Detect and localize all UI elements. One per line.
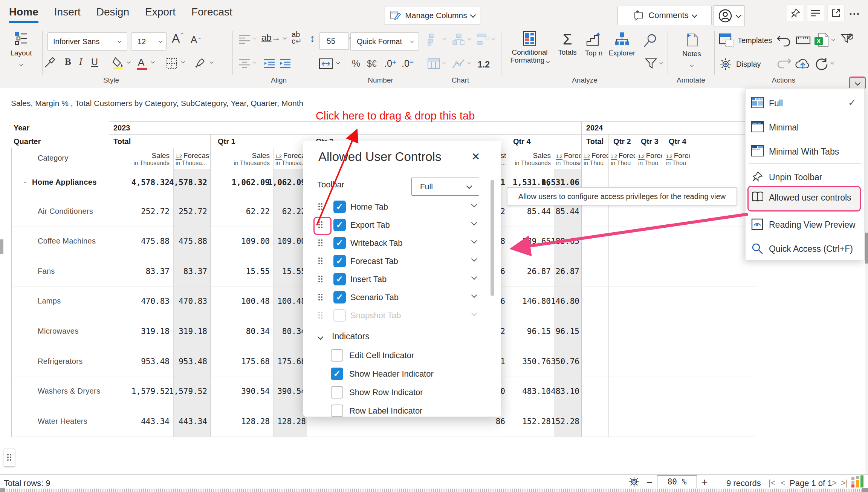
value-cell-q4_f[interactable]: 85.44 xyxy=(515,207,579,216)
toolbar-options-chevron-button[interactable] xyxy=(849,77,866,89)
menu-item-quick-access-ctrl-f-[interactable]: Quick Access (Ctrl+F) xyxy=(746,237,864,261)
templates-button[interactable]: Templates xyxy=(719,33,772,48)
decrease-indent-button[interactable] xyxy=(264,59,275,68)
chevron-down-icon[interactable] xyxy=(471,202,477,208)
value-cell-total_f[interactable]: 953.48 xyxy=(143,357,207,366)
value-cell-q4_f[interactable]: 483.10 xyxy=(515,387,579,396)
tab-home[interactable]: Home xyxy=(9,6,38,23)
toolbar-mode-select[interactable]: Full xyxy=(411,178,479,196)
currency-format-button[interactable]: $€ xyxy=(367,59,377,69)
tab-checkbox[interactable]: ✓ xyxy=(333,201,346,213)
chevron-down-icon[interactable] xyxy=(471,238,477,244)
format-painter-button[interactable] xyxy=(44,57,56,69)
chevron-down-icon[interactable] xyxy=(471,292,477,298)
zoom-level-input[interactable]: 80 % xyxy=(657,475,697,488)
value-cell-q4_f[interactable]: 26.87 xyxy=(515,267,579,276)
chart-layout-button[interactable] xyxy=(477,33,490,46)
chevron-down-icon[interactable] xyxy=(471,274,477,280)
italic-button[interactable]: I xyxy=(79,57,82,67)
explorer-button[interactable]: Explorer xyxy=(608,32,636,57)
font-size-select[interactable]: 12 xyxy=(131,32,167,51)
left-edge-grip[interactable] xyxy=(0,239,3,254)
category-cell[interactable]: Air Conditioners xyxy=(38,207,93,216)
tab-checkbox[interactable]: ✓ xyxy=(333,255,346,267)
drag-handle-icon[interactable] xyxy=(318,239,323,247)
notes-button[interactable]: Notes xyxy=(673,32,711,68)
value-cell-total_f[interactable]: 252.72 xyxy=(143,207,207,216)
category-cell[interactable]: Water Heaters xyxy=(38,417,87,426)
tab-checkbox[interactable]: ✓ xyxy=(333,273,346,285)
header-2024-q4-forecast[interactable]: 1.2Forecastin Thou xyxy=(666,152,690,167)
text-overflow-button[interactable]: ab→ xyxy=(261,32,281,43)
tab-insert[interactable]: Insert xyxy=(54,6,81,23)
tab-forecast[interactable]: Forecast xyxy=(191,6,232,23)
cloud-upload-button[interactable] xyxy=(795,57,811,70)
increase-decimal-button[interactable]: .0+ xyxy=(384,58,396,69)
row-height-input[interactable]: 55 xyxy=(319,32,349,50)
value-cell-q4_f[interactable]: 152.28 xyxy=(515,417,579,426)
menu-item-reading-view-preview[interactable]: Reading View Preview xyxy=(746,213,864,237)
manage-columns-button[interactable]: Manage Columns xyxy=(385,6,480,25)
menu-item-allowed-user-controls[interactable]: Allowed user controls xyxy=(746,186,864,210)
drag-handle-icon[interactable] xyxy=(318,221,323,229)
layout-button[interactable]: Layout xyxy=(0,31,42,67)
value-cell-q4_f[interactable]: 350.76 xyxy=(515,357,579,366)
tab-export[interactable]: Export xyxy=(145,6,176,23)
category-cell[interactable]: Lamps xyxy=(38,297,61,305)
zoom-in-button[interactable]: + xyxy=(701,476,708,488)
account-button[interactable] xyxy=(713,5,745,26)
conditional-formatting-button[interactable]: ConditionalFormatting xyxy=(509,31,550,64)
prev-page-button[interactable]: < xyxy=(781,478,785,488)
close-icon[interactable]: ✕ xyxy=(471,150,480,163)
search-button[interactable] xyxy=(643,33,658,48)
borders-button[interactable] xyxy=(166,57,178,69)
value-cell-q1_f[interactable]: 100.48 xyxy=(242,297,306,306)
indicator-checkbox[interactable] xyxy=(331,405,343,417)
tab-checkbox[interactable]: ✓ xyxy=(333,237,346,249)
font-family-select[interactable]: Inforiver Sans xyxy=(47,32,127,51)
decrease-decimal-button[interactable]: .0− xyxy=(402,58,414,69)
header-q4-forecast[interactable]: 1.2Forecastin Thousa... xyxy=(556,152,581,167)
popout-button[interactable] xyxy=(827,5,845,22)
value-cell-total_f[interactable]: 1,579.52 xyxy=(143,387,207,396)
row-drag-handle-button[interactable] xyxy=(4,449,15,467)
drag-handle-icon[interactable] xyxy=(318,203,323,211)
filter-button[interactable] xyxy=(645,58,657,69)
value-cell-total_f[interactable]: 475.88 xyxy=(143,237,207,246)
chevron-down-icon[interactable] xyxy=(471,256,477,262)
excel-export-button[interactable]: X xyxy=(814,32,829,48)
first-page-button[interactable]: |< xyxy=(769,478,776,488)
tab-checkbox[interactable]: ✓ xyxy=(333,219,346,231)
tab-checkbox[interactable]: ✓ xyxy=(333,291,346,303)
value-cell-q1_f[interactable]: 1,062.09 xyxy=(242,178,306,187)
tab-checkbox[interactable] xyxy=(333,309,346,322)
pin-visual-button[interactable] xyxy=(787,5,804,22)
value-cell-q1_f[interactable]: 62.22 xyxy=(242,207,306,216)
chevron-down-icon[interactable] xyxy=(471,220,477,226)
refresh-button[interactable] xyxy=(815,57,828,71)
value-cell-total_f[interactable]: 319.18 xyxy=(143,327,207,336)
value-cell-q1_f[interactable]: 390.54 xyxy=(242,387,306,396)
header-2024-q2-forecast[interactable]: 1.2Forecastin Thou xyxy=(611,152,635,167)
display-button[interactable]: Display xyxy=(719,57,761,71)
header-2024-total-forecast[interactable]: 1.2Forecastin Thou xyxy=(584,152,608,167)
top-n-button[interactable]: Top n xyxy=(582,32,606,57)
value-cell-q4_f[interactable]: 96.15 xyxy=(515,327,579,336)
value-cell-q1_f[interactable]: 109.00 xyxy=(242,237,306,246)
menu-item-minimal[interactable]: Minimal xyxy=(746,116,864,140)
zoom-out-button[interactable]: − xyxy=(646,477,653,489)
value-cell-q4_f[interactable]: 1,531.06 xyxy=(515,178,579,187)
value-cell-q4_f[interactable]: 146.80 xyxy=(515,297,579,306)
effects-button[interactable] xyxy=(194,57,207,69)
value-cell-total_f[interactable]: 470.83 xyxy=(143,297,207,306)
header-total-sales[interactable]: Salesin Thousands xyxy=(105,152,170,167)
indicator-checkbox[interactable]: ✓ xyxy=(331,368,343,380)
chart-hierarchy-button[interactable] xyxy=(452,33,465,46)
horizontal-scrollbar[interactable] xyxy=(0,489,868,492)
merge-cells-button[interactable] xyxy=(319,58,333,69)
value-cell-q4_f[interactable]: 189.65 xyxy=(515,237,579,246)
collapse-icon[interactable]: − xyxy=(22,180,28,186)
chart-bar-button[interactable] xyxy=(427,33,440,46)
increase-indent-button[interactable] xyxy=(280,59,291,68)
category-cell[interactable]: Refrigerators xyxy=(38,357,83,366)
